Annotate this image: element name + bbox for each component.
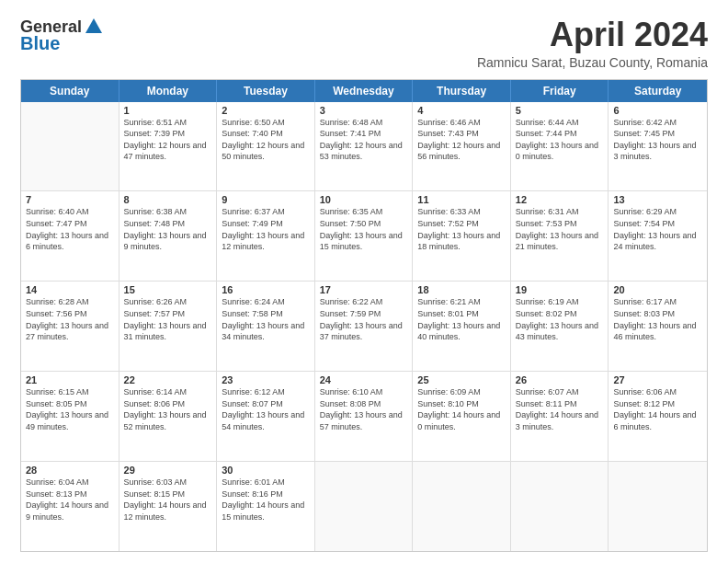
day-info: Sunrise: 6:15 AM Sunset: 8:05 PM Dayligh…: [26, 386, 114, 432]
day-number: 2: [222, 105, 310, 116]
weekday-header: Wednesday: [315, 80, 414, 102]
calendar-cell: [609, 462, 707, 551]
calendar-cell: 26Sunrise: 6:07 AM Sunset: 8:11 PM Dayli…: [511, 372, 609, 461]
calendar-cell: [21, 102, 119, 191]
calendar-row: 1Sunrise: 6:51 AM Sunset: 7:39 PM Daylig…: [21, 102, 707, 192]
weekday-header: Sunday: [21, 80, 119, 102]
day-number: 4: [417, 105, 506, 116]
weekday-header: Friday: [511, 80, 609, 102]
day-info: Sunrise: 6:10 AM Sunset: 8:08 PM Dayligh…: [320, 386, 408, 432]
calendar-cell: 23Sunrise: 6:12 AM Sunset: 8:07 PM Dayli…: [217, 372, 315, 461]
day-info: Sunrise: 6:50 AM Sunset: 7:40 PM Dayligh…: [222, 117, 310, 163]
day-info: Sunrise: 6:14 AM Sunset: 8:06 PM Dayligh…: [124, 386, 212, 432]
day-number: 6: [613, 105, 702, 116]
calendar-cell: 6Sunrise: 6:42 AM Sunset: 7:45 PM Daylig…: [609, 102, 707, 191]
calendar-cell: 7Sunrise: 6:40 AM Sunset: 7:47 PM Daylig…: [21, 191, 119, 281]
day-info: Sunrise: 6:12 AM Sunset: 8:07 PM Dayligh…: [222, 386, 310, 432]
day-info: Sunrise: 6:01 AM Sunset: 8:16 PM Dayligh…: [222, 477, 310, 523]
day-info: Sunrise: 6:42 AM Sunset: 7:45 PM Dayligh…: [613, 117, 702, 163]
calendar-cell: 13Sunrise: 6:29 AM Sunset: 7:54 PM Dayli…: [609, 191, 707, 281]
calendar-row: 14Sunrise: 6:28 AM Sunset: 7:56 PM Dayli…: [21, 282, 707, 372]
day-info: Sunrise: 6:24 AM Sunset: 7:58 PM Dayligh…: [222, 296, 310, 342]
day-info: Sunrise: 6:29 AM Sunset: 7:54 PM Dayligh…: [613, 206, 702, 252]
calendar-cell: [315, 462, 414, 551]
day-number: 24: [320, 374, 408, 385]
calendar-cell: 3Sunrise: 6:48 AM Sunset: 7:41 PM Daylig…: [315, 102, 414, 191]
day-number: 11: [417, 194, 506, 205]
calendar-cell: 14Sunrise: 6:28 AM Sunset: 7:56 PM Dayli…: [21, 282, 119, 371]
calendar-cell: 12Sunrise: 6:31 AM Sunset: 7:53 PM Dayli…: [511, 191, 609, 281]
day-info: Sunrise: 6:35 AM Sunset: 7:50 PM Dayligh…: [320, 206, 408, 252]
day-number: 27: [613, 374, 702, 385]
calendar-cell: [413, 462, 511, 551]
calendar-cell: 8Sunrise: 6:38 AM Sunset: 7:48 PM Daylig…: [119, 191, 218, 281]
day-number: 14: [26, 284, 114, 295]
logo-blue-text: Blue: [20, 33, 60, 54]
weekday-header: Monday: [119, 80, 218, 102]
day-number: 29: [124, 465, 212, 476]
calendar-cell: 4Sunrise: 6:46 AM Sunset: 7:43 PM Daylig…: [413, 102, 511, 191]
header: General Blue April 2024 Ramnicu Sarat, B…: [20, 17, 708, 70]
day-number: 13: [613, 194, 702, 205]
calendar-cell: [511, 462, 609, 551]
day-info: Sunrise: 6:19 AM Sunset: 8:02 PM Dayligh…: [516, 296, 604, 342]
calendar-cell: 28Sunrise: 6:04 AM Sunset: 8:13 PM Dayli…: [21, 462, 119, 551]
weekday-header: Thursday: [413, 80, 511, 102]
day-number: 7: [26, 194, 114, 205]
day-info: Sunrise: 6:21 AM Sunset: 8:01 PM Dayligh…: [417, 296, 506, 342]
calendar-cell: 21Sunrise: 6:15 AM Sunset: 8:05 PM Dayli…: [21, 372, 119, 461]
calendar-cell: 24Sunrise: 6:10 AM Sunset: 8:08 PM Dayli…: [315, 372, 414, 461]
calendar-header: SundayMondayTuesdayWednesdayThursdayFrid…: [21, 80, 707, 102]
day-number: 15: [124, 284, 212, 295]
day-info: Sunrise: 6:22 AM Sunset: 7:59 PM Dayligh…: [320, 296, 408, 342]
day-info: Sunrise: 6:37 AM Sunset: 7:49 PM Dayligh…: [222, 206, 310, 252]
day-number: 20: [613, 284, 702, 295]
calendar-cell: 2Sunrise: 6:50 AM Sunset: 7:40 PM Daylig…: [217, 102, 315, 191]
logo-icon: [84, 17, 104, 37]
day-info: Sunrise: 6:33 AM Sunset: 7:52 PM Dayligh…: [417, 206, 506, 252]
day-info: Sunrise: 6:48 AM Sunset: 7:41 PM Dayligh…: [320, 117, 408, 163]
day-info: Sunrise: 6:03 AM Sunset: 8:15 PM Dayligh…: [124, 477, 212, 523]
day-info: Sunrise: 6:26 AM Sunset: 7:57 PM Dayligh…: [124, 296, 212, 342]
day-info: Sunrise: 6:38 AM Sunset: 7:48 PM Dayligh…: [124, 206, 212, 252]
day-number: 12: [516, 194, 604, 205]
subtitle: Ramnicu Sarat, Buzau County, Romania: [477, 55, 708, 70]
page: General Blue April 2024 Ramnicu Sarat, B…: [0, 0, 728, 563]
day-number: 26: [516, 374, 604, 385]
calendar-cell: 11Sunrise: 6:33 AM Sunset: 7:52 PM Dayli…: [413, 191, 511, 281]
calendar-cell: 16Sunrise: 6:24 AM Sunset: 7:58 PM Dayli…: [217, 282, 315, 371]
calendar-cell: 1Sunrise: 6:51 AM Sunset: 7:39 PM Daylig…: [119, 102, 218, 191]
calendar-row: 7Sunrise: 6:40 AM Sunset: 7:47 PM Daylig…: [21, 191, 707, 282]
calendar-cell: 27Sunrise: 6:06 AM Sunset: 8:12 PM Dayli…: [609, 372, 707, 461]
month-title: April 2024: [477, 17, 708, 53]
day-info: Sunrise: 6:28 AM Sunset: 7:56 PM Dayligh…: [26, 296, 114, 342]
title-area: April 2024 Ramnicu Sarat, Buzau County, …: [477, 17, 708, 70]
calendar-row: 28Sunrise: 6:04 AM Sunset: 8:13 PM Dayli…: [21, 462, 707, 551]
calendar-cell: 19Sunrise: 6:19 AM Sunset: 8:02 PM Dayli…: [511, 282, 609, 371]
day-number: 22: [124, 374, 212, 385]
calendar-cell: 15Sunrise: 6:26 AM Sunset: 7:57 PM Dayli…: [119, 282, 218, 371]
day-number: 30: [222, 465, 310, 476]
day-info: Sunrise: 6:46 AM Sunset: 7:43 PM Dayligh…: [417, 117, 506, 163]
day-info: Sunrise: 6:07 AM Sunset: 8:11 PM Dayligh…: [516, 386, 604, 432]
day-info: Sunrise: 6:31 AM Sunset: 7:53 PM Dayligh…: [516, 206, 604, 252]
day-info: Sunrise: 6:17 AM Sunset: 8:03 PM Dayligh…: [613, 296, 702, 342]
calendar: SundayMondayTuesdayWednesdayThursdayFrid…: [20, 79, 708, 552]
day-number: 5: [516, 105, 604, 116]
calendar-cell: 29Sunrise: 6:03 AM Sunset: 8:15 PM Dayli…: [119, 462, 218, 551]
calendar-cell: 18Sunrise: 6:21 AM Sunset: 8:01 PM Dayli…: [413, 282, 511, 371]
day-number: 9: [222, 194, 310, 205]
day-number: 10: [320, 194, 408, 205]
day-number: 8: [124, 194, 212, 205]
calendar-cell: 20Sunrise: 6:17 AM Sunset: 8:03 PM Dayli…: [609, 282, 707, 371]
weekday-header: Tuesday: [217, 80, 315, 102]
calendar-cell: 5Sunrise: 6:44 AM Sunset: 7:44 PM Daylig…: [511, 102, 609, 191]
day-number: 23: [222, 374, 310, 385]
calendar-cell: 9Sunrise: 6:37 AM Sunset: 7:49 PM Daylig…: [217, 191, 315, 281]
day-number: 21: [26, 374, 114, 385]
day-number: 17: [320, 284, 408, 295]
day-info: Sunrise: 6:44 AM Sunset: 7:44 PM Dayligh…: [516, 117, 604, 163]
calendar-row: 21Sunrise: 6:15 AM Sunset: 8:05 PM Dayli…: [21, 372, 707, 462]
day-number: 28: [26, 465, 114, 476]
day-info: Sunrise: 6:51 AM Sunset: 7:39 PM Dayligh…: [124, 117, 212, 163]
